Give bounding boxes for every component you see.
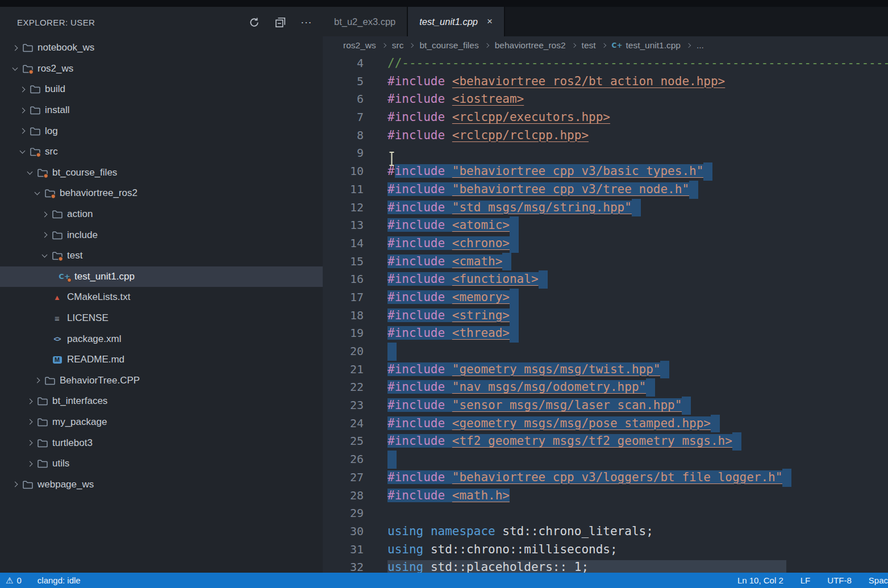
- tree-item-ros2-ws[interactable]: ros2_ws: [0, 59, 323, 80]
- chevron-right-icon[interactable]: [8, 46, 22, 50]
- tree-item-install[interactable]: install: [0, 100, 323, 121]
- selection-newline: [703, 162, 712, 181]
- breadcrumb-item-[interactable]: ...: [697, 40, 704, 51]
- chevron-down-icon[interactable]: [15, 151, 29, 153]
- breadcrumb-item-ros2-ws[interactable]: ros2_ws: [343, 40, 376, 51]
- problems-indicator[interactable]: ⚠ 0: [6, 576, 22, 586]
- code-line-6[interactable]: 6#include <iostream>: [323, 90, 888, 109]
- code-line-11[interactable]: 11#include "behaviortree_cpp_v3/tree_nod…: [323, 181, 888, 199]
- folder-icon: [36, 395, 48, 407]
- chevron-right-icon[interactable]: [15, 109, 29, 112]
- tree-item-behaviortree-ros2[interactable]: behaviortree_ros2: [0, 183, 323, 204]
- code-line-24[interactable]: 24#include <geometry_msgs/msg/pose_stamp…: [323, 415, 888, 433]
- code-line-8[interactable]: 8#include <rclcpp/rclcpp.hpp>: [323, 127, 888, 145]
- breadcrumb-item-src[interactable]: src: [392, 40, 404, 51]
- chevron-right-icon[interactable]: [23, 399, 36, 403]
- eol-indicator[interactable]: LF: [801, 576, 811, 585]
- tree-item-test[interactable]: test: [0, 245, 323, 266]
- tree-item-cmakelists-txt[interactable]: ▲CMakeLists.txt: [0, 287, 323, 308]
- refresh-explorer-icon[interactable]: [248, 16, 260, 28]
- tree-item-build[interactable]: build: [0, 79, 323, 100]
- close-icon[interactable]: ×: [487, 16, 493, 27]
- chevron-right-icon[interactable]: [15, 129, 29, 133]
- tab-bt-u2-ex3-cpp[interactable]: bt_u2_ex3.cpp: [323, 7, 408, 36]
- tree-item-turtlebot3[interactable]: turtlebot3: [0, 432, 323, 453]
- more-actions-icon[interactable]: ···: [300, 16, 312, 28]
- chevron-right-icon[interactable]: [30, 378, 44, 382]
- code-line-18[interactable]: 18#include <string>: [323, 307, 888, 325]
- tree-item-label: ros2_ws: [37, 63, 73, 74]
- code-line-31[interactable]: 31using std::chrono::milliseconds;: [323, 541, 888, 559]
- tree-item-license[interactable]: ≡LICENSE: [0, 308, 323, 329]
- code-line-21[interactable]: 21#include "geometry_msgs/msg/twist.hpp": [323, 361, 888, 379]
- folder-icon: [36, 437, 48, 449]
- clangd-status[interactable]: clangd: idle: [37, 576, 81, 585]
- tab-test-unit1-cpp[interactable]: test_unit1.cpp×: [408, 7, 505, 36]
- code-line-19[interactable]: 19#include <thread>: [323, 324, 888, 343]
- line-number: 15: [323, 253, 364, 271]
- tree-item-package-xml[interactable]: <>package.xml: [0, 328, 323, 349]
- breadcrumb-label: test_unit1.cpp: [626, 40, 681, 51]
- tree-item-include[interactable]: include: [0, 224, 323, 245]
- tree-item-test-unit1-cpp[interactable]: C+test_unit1.cpp: [0, 266, 323, 287]
- cpp-file-icon: C+: [612, 41, 623, 49]
- code-line-23[interactable]: 23#include "sensor_msgs/msg/laser_scan.h…: [323, 397, 888, 415]
- chevron-right-icon[interactable]: [37, 212, 51, 216]
- line-number: 31: [323, 541, 364, 559]
- chevron-right-icon[interactable]: [15, 87, 29, 91]
- tree-item-bt-course-files[interactable]: bt_course_files: [0, 162, 323, 184]
- tree-item-readme-md[interactable]: MREADME.md: [0, 349, 323, 370]
- tree-item-src[interactable]: src: [0, 141, 323, 162]
- tree-item-my-package[interactable]: my_package: [0, 412, 323, 433]
- chevron-right-icon[interactable]: [37, 233, 51, 237]
- encoding-indicator[interactable]: UTF-8: [827, 576, 852, 585]
- tree-item-action[interactable]: action: [0, 204, 323, 225]
- line-content: #include <functional>: [387, 270, 548, 289]
- code-line-12[interactable]: 12#include "std_msgs/msg/string.hpp": [323, 199, 888, 217]
- code-line-26[interactable]: 26: [323, 451, 888, 469]
- code-line-13[interactable]: 13#include <atomic>: [323, 216, 888, 235]
- collapse-folders-icon[interactable]: [274, 16, 286, 28]
- code-line-27[interactable]: 27#include "behaviortree_cpp_v3/loggers/…: [323, 469, 888, 487]
- code-line-10[interactable]: 10#include "behaviortree_cpp_v3/basic_ty…: [323, 162, 888, 181]
- chevron-right-icon[interactable]: [8, 482, 22, 486]
- code-line-30[interactable]: 30using namespace std::chrono_literals;: [323, 523, 888, 541]
- code-line-4[interactable]: 4//-------------------------------------…: [323, 55, 888, 73]
- chevron-right-icon[interactable]: [23, 441, 36, 445]
- chevron-right-icon[interactable]: [23, 420, 36, 424]
- chevron-down-icon[interactable]: [8, 68, 22, 70]
- breadcrumb-item-test[interactable]: test: [582, 40, 596, 51]
- tree-item-behaviortree-cpp[interactable]: BehaviorTree.CPP: [0, 370, 323, 391]
- code-line-29[interactable]: 29: [323, 504, 888, 523]
- tree-item-notebook-ws[interactable]: notebook_ws: [0, 37, 323, 59]
- code-line-22[interactable]: 22#include "nav_msgs/msg/odometry.hpp": [323, 378, 888, 397]
- code-line-20[interactable]: 20: [323, 343, 888, 361]
- cursor-position-indicator[interactable]: Ln 10, Col 2: [737, 576, 783, 585]
- code-line-7[interactable]: 7#include <rclcpp/executors.hpp>: [323, 109, 888, 127]
- code-line-9[interactable]: 9: [323, 144, 888, 162]
- code-line-5[interactable]: 5#include <behaviortree_ros2/bt_action_n…: [323, 73, 888, 91]
- code-line-15[interactable]: 15#include <cmath>: [323, 253, 888, 271]
- folder-icon: [36, 416, 48, 428]
- indentation-indicator[interactable]: Spac: [869, 576, 888, 585]
- tree-item-bt-interfaces[interactable]: bt_interfaces: [0, 391, 323, 412]
- code-line-28[interactable]: 28#include <math.h>: [323, 487, 888, 505]
- code-line-25[interactable]: 25#include <tf2_geometry_msgs/tf2_geomet…: [323, 432, 888, 451]
- tree-item-log[interactable]: log: [0, 120, 323, 141]
- tree-item-utils[interactable]: utils: [0, 453, 323, 474]
- code-line-16[interactable]: 16#include <functional>: [323, 270, 888, 289]
- line-number: 22: [323, 378, 364, 397]
- breadcrumb-item-bt-course-files[interactable]: bt_course_files: [419, 40, 478, 51]
- chevron-right-icon[interactable]: [23, 462, 36, 466]
- chevron-down-icon[interactable]: [30, 192, 44, 194]
- chevron-down-icon[interactable]: [23, 172, 36, 174]
- code-line-14[interactable]: 14#include <chrono>: [323, 235, 888, 253]
- chevron-down-icon[interactable]: [37, 255, 51, 257]
- line-number: 14: [323, 235, 364, 253]
- breadcrumb-item-behaviortree-ros2[interactable]: behaviortree_ros2: [495, 40, 566, 51]
- tree-item-webpage-ws[interactable]: webpage_ws: [0, 474, 323, 495]
- code-line-32[interactable]: 32using std::placeholders::_1;: [323, 558, 888, 573]
- code-line-17[interactable]: 17#include <memory>: [323, 289, 888, 307]
- code-editor[interactable]: 4//-------------------------------------…: [323, 55, 888, 573]
- breadcrumb-item-test-unit1-cpp[interactable]: C+test_unit1.cpp: [612, 40, 681, 51]
